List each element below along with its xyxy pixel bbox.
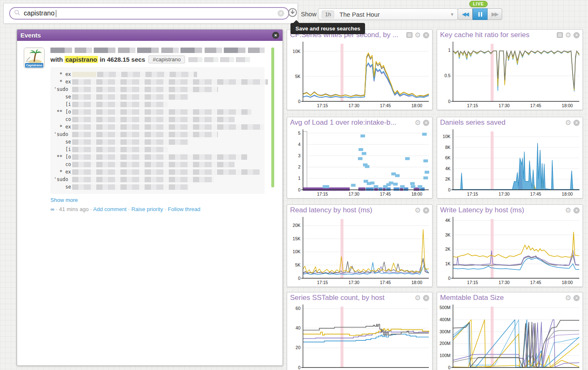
code-line: * ex	[54, 78, 261, 86]
timeframe-dropdown[interactable]: 1h The Past Hour ▼	[318, 8, 458, 20]
close-icon[interactable]: ✕	[423, 207, 429, 214]
event-tag[interactable]: #capistrano	[148, 55, 185, 63]
gear-icon[interactable]: ⚙	[565, 294, 571, 302]
show-label: Show	[301, 10, 317, 18]
pause-button[interactable]	[473, 8, 488, 20]
svg-text:6K: 6K	[445, 155, 450, 160]
search-input[interactable]: capistrano ✕	[9, 7, 289, 20]
rewind-button[interactable]: ◀◀	[458, 8, 473, 20]
events-panel-title: Events	[20, 32, 41, 39]
svg-text:17:15: 17:15	[317, 280, 328, 285]
code-line: * ex	[54, 168, 261, 176]
chart-card-write-latency: Write Latency by host (ms) ⚙✕ 01K2K3K4K1…	[437, 204, 583, 287]
chart-title: Series SSTable count, by host	[290, 294, 415, 302]
clear-search-icon[interactable]: ✕	[278, 10, 284, 17]
chart-canvas-sstable-count[interactable]: 020406017:1517:3017:4518:00	[287, 303, 432, 370]
gear-icon[interactable]: ⚙	[415, 32, 421, 39]
chart-card-memtable-size: Memtable Data Size ⚙✕ 0100M200M300M400M5…	[437, 292, 583, 370]
svg-text:2: 2	[298, 164, 300, 169]
svg-text:4K: 4K	[445, 166, 450, 171]
gear-icon[interactable]: ⚙	[565, 32, 571, 39]
chart-canvas-read-latency[interactable]: 05K10K15K20K17:1517:3017:4518:00	[287, 216, 432, 287]
svg-text:18:00: 18:00	[411, 103, 422, 108]
svg-text:17:45: 17:45	[530, 103, 541, 108]
event-timestamp: 41 mins ago	[59, 206, 89, 212]
svg-text:20: 20	[295, 345, 300, 350]
pause-icon	[478, 12, 482, 17]
svg-text:17:15: 17:15	[467, 280, 478, 285]
chart-canvas-daniels-series[interactable]: 02K4K6K8K10K17:1517:3017:4518:00	[437, 128, 583, 198]
close-icon[interactable]: ✕	[573, 120, 580, 126]
svg-text:0: 0	[298, 99, 300, 104]
show-more-link[interactable]: Show more	[50, 197, 265, 203]
event-title-redacted	[50, 48, 265, 53]
close-icon[interactable]: ✕	[573, 32, 580, 38]
code-line: ** [o	[54, 108, 261, 116]
raise-priority-link[interactable]: Raise priority	[131, 206, 163, 212]
search-toolbar: capistrano ✕	[3, 3, 298, 24]
chart-title: Read latency by host (ms)	[290, 206, 415, 214]
follow-thread-link[interactable]: Follow thread	[168, 206, 200, 212]
chart-canvas-memtable-size[interactable]: 0100M200M300M400M500M17:1517:3017:4518:0…	[437, 303, 583, 370]
list-icon[interactable]	[557, 32, 563, 38]
svg-text:17:30: 17:30	[499, 280, 510, 285]
svg-text:17:30: 17:30	[348, 191, 359, 196]
svg-text:0.5: 0.5	[444, 73, 450, 78]
chart-card-read-latency: Read latency by host (ms) ⚙✕ 05K10K15K20…	[287, 204, 433, 287]
code-line: ** [o	[54, 153, 261, 161]
save-search-button[interactable]	[288, 8, 297, 17]
close-icon[interactable]: ✕	[423, 32, 429, 38]
chart-title: Key cache hit ratio for series	[440, 31, 557, 39]
svg-text:10K: 10K	[293, 249, 300, 254]
code-line: se	[54, 93, 261, 101]
events-panel-header: Events ✕	[17, 30, 283, 41]
event-subtitle: with capistrano in 4628.15 secs #capistr…	[50, 55, 265, 63]
event-code-block: * ex * ex'sudo se [i ** [o co * ex'sudo …	[50, 67, 265, 194]
code-line: co	[54, 116, 261, 123]
chart-canvas-key-cache[interactable]: 00.5117:1517:3017:4518:00	[437, 40, 583, 110]
gear-icon[interactable]: ⚙	[415, 207, 421, 214]
code-line: 'sudo	[54, 86, 261, 93]
chart-canvas-write-latency[interactable]: 01K2K3K4K17:1517:3017:4518:00	[437, 216, 583, 287]
events-close-icon[interactable]: ✕	[272, 32, 279, 39]
chart-card-sstable-count: Series SSTable count, by host ⚙✕ 0204060…	[287, 292, 433, 370]
svg-text:17:45: 17:45	[380, 103, 391, 108]
chart-card-key-cache: Key cache hit ratio for series ⚙✕ 00.511…	[437, 29, 583, 110]
svg-text:100M: 100M	[440, 353, 450, 358]
chevron-down-icon: ▼	[450, 12, 454, 17]
svg-text:17:45: 17:45	[530, 280, 541, 285]
code-line: co	[54, 161, 261, 168]
svg-text:18:00: 18:00	[562, 191, 573, 196]
chart-card-daniels-series: Daniels series saved ⚙✕ 02K4K6K8K10K17:1…	[437, 117, 583, 199]
timeframe-text: The Past Hour	[339, 11, 380, 18]
gear-icon[interactable]: ⚙	[565, 207, 571, 214]
gear-icon[interactable]: ⚙	[565, 119, 571, 126]
chart-canvas-load-avg[interactable]: 01234517:1517:3017:4518:00	[287, 128, 432, 198]
timeframe-badge: 1h	[322, 10, 334, 18]
close-icon[interactable]: ✕	[423, 295, 429, 301]
add-comment-link[interactable]: Add comment	[93, 206, 127, 212]
svg-text:17:15: 17:15	[467, 103, 478, 108]
svg-text:300M: 300M	[440, 329, 450, 334]
event-subtitle-text: with capistrano in 4628.15 secs	[50, 56, 145, 63]
permalink-icon[interactable]: ∞	[50, 206, 54, 212]
close-icon[interactable]: ✕	[573, 295, 580, 301]
svg-text:3: 3	[298, 153, 300, 158]
capistrano-logo: Capistrano	[24, 48, 45, 68]
event-item[interactable]: Capistrano with capistrano in 4628.15 se…	[17, 41, 283, 218]
gear-icon[interactable]: ⚙	[415, 294, 421, 302]
desktop-background: capistrano ✕ Save and reuse searches Sho…	[0, 0, 588, 370]
close-icon[interactable]: ✕	[573, 207, 580, 214]
close-icon[interactable]: ✕	[423, 120, 429, 126]
fast-forward-button[interactable]: ▶▶	[488, 8, 502, 20]
svg-text:4: 4	[298, 142, 300, 147]
gear-icon[interactable]: ⚙	[415, 119, 421, 126]
events-panel: Events ✕ Capistrano	[17, 29, 283, 366]
svg-text:17:15: 17:15	[317, 103, 328, 108]
chart-card-load-avg: Avg of Load 1 over role:intake-b... ⚙✕ 0…	[287, 117, 433, 199]
chart-canvas-writes-per-second[interactable]: 05K10K17:1517:3017:4518:00	[287, 40, 432, 110]
svg-text:1: 1	[298, 176, 300, 181]
svg-text:0: 0	[448, 276, 450, 281]
svg-text:1: 1	[448, 48, 450, 53]
list-icon[interactable]	[406, 32, 413, 38]
